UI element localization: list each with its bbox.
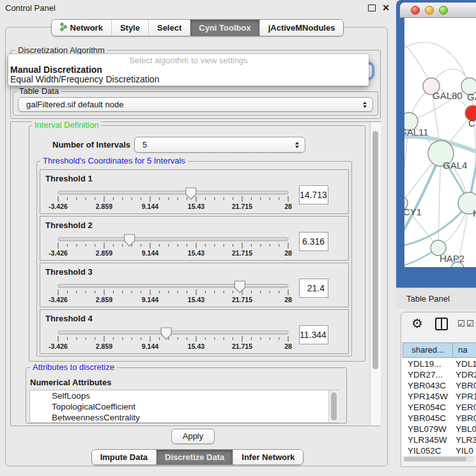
table-cell-shared-name[interactable]: YIL052C [408,445,452,456]
table-cell-name[interactable]: YLR3 [456,434,476,445]
svg-text:H: H [473,208,476,219]
table-data-group-title: Table Data [17,87,61,96]
split-columns-icon[interactable] [435,318,448,330]
svg-text:2.859: 2.859 [96,342,112,350]
close-traffic-light-icon[interactable] [411,6,420,15]
table-data-combobox[interactable]: galFiltered.sif default node [18,97,373,112]
tab-select[interactable]: Select [148,20,190,36]
thresholds-group-title: Threshold's Coordinates for 5 Intervals [40,157,188,165]
dropdown-option-manual[interactable]: Manual Discretization [10,65,102,75]
table-panel-title: Table Panel [406,294,450,303]
network-graph: GAL80GACGAL11GAL4GCY1HHAP2 [404,18,476,267]
dropdown-option-equal-width[interactable]: Equal Width/Frequency Discretization [10,74,159,84]
top-tabbar: NetworkStyleSelectCyni ToolboxjActiveMNo… [0,19,395,36]
table-cell-name[interactable]: YDR2 [456,369,476,380]
tab-infer-network[interactable]: Infer Network [233,450,303,464]
table-cell-shared-name[interactable]: YLR345W [408,434,452,445]
svg-text:28: 28 [284,203,292,210]
table-cell-name[interactable]: YER0 [456,402,476,413]
svg-text:-3.426: -3.426 [49,296,68,303]
svg-text:GCY1: GCY1 [404,206,422,217]
threshold-row-4: Threshold 4-3.4262.8599.14415.4321.71528… [40,309,349,354]
panel-title: Control Panel [5,3,368,13]
attribute-list-item[interactable]: SelfLoops [30,390,338,401]
svg-text:28: 28 [284,342,292,350]
column-header-shared-name[interactable]: shared... [403,342,453,358]
threshold-row-3: Threshold 3-3.4262.8599.14415.4321.71528… [40,263,349,307]
checkbox-icon[interactable]: ☑ [466,319,474,328]
apply-button[interactable]: Apply [171,429,215,444]
attribute-list-item[interactable]: TopologicalCoefficient [30,401,338,412]
table-horizontal-scrollbar-thumb[interactable] [404,457,466,461]
threshold-value-field[interactable]: 6.316 [299,232,328,251]
tab-jactivemnodules[interactable]: jActiveMNodules [259,20,344,36]
svg-text:GAL11: GAL11 [404,127,429,137]
table-cell-shared-name[interactable]: YBR043C [408,380,452,391]
threshold-value-field[interactable]: 14.713 [299,185,328,204]
close-icon[interactable]: ✕ [382,3,390,12]
gear-icon[interactable]: ⚙ [411,316,423,331]
svg-text:9.144: 9.144 [142,249,158,257]
svg-text:2.859: 2.859 [96,203,112,210]
num-intervals-label: Number of Intervals [52,140,130,150]
dropdown-prompt: Select algorithm to view settings [8,56,369,65]
interval-group-title: Interval Definition [32,121,101,130]
tab-network[interactable]: Network [52,20,111,36]
svg-text:28: 28 [284,296,292,303]
table-cell-name[interactable]: YDL1 [456,358,476,369]
svg-text:15.43: 15.43 [188,296,204,303]
tab-discretize-data[interactable]: Discretize Data [156,450,233,464]
network-icon [60,22,67,33]
svg-text:-3.426: -3.426 [49,249,68,257]
svg-text:21.715: 21.715 [232,342,252,350]
tab-cyni-toolbox[interactable]: Cyni Toolbox [190,20,259,36]
table-cell-name[interactable]: YIL0 [456,445,476,456]
table-cell-name[interactable]: YBL0 [456,424,476,434]
attribute-list-item[interactable]: BetweennessCentrality [30,412,338,423]
table-cell-name[interactable]: YBR0 [456,380,476,391]
screen: Control Panel ✕ NetworkStyleSelectCyni T… [0,0,476,476]
network-canvas[interactable]: GAL80GACGAL11GAL4GCY1HHAP2 [404,18,476,267]
svg-text:21.715: 21.715 [232,249,252,257]
table-cell-shared-name[interactable]: YDR27... [408,369,452,380]
threshold-slider[interactable]: -3.4262.8599.14415.4321.71528 [53,187,296,212]
control-panel-titlebar: Control Panel ✕ [0,0,395,15]
num-intervals-combobox[interactable]: 5 [134,137,305,153]
tab-style[interactable]: Style [111,20,148,36]
svg-text:-3.426: -3.426 [49,203,68,210]
threshold-value-field[interactable]: 21.4 [299,279,328,298]
zoom-traffic-light-icon[interactable] [439,6,448,15]
svg-text:HAP2: HAP2 [440,253,464,264]
table-cell-shared-name[interactable]: YBL079W [408,424,452,434]
threshold-value-field[interactable]: 11.344 [299,325,328,344]
num-intervals-value: 5 [135,140,295,150]
settings-scrollbar[interactable] [370,122,381,426]
float-window-icon[interactable] [368,4,376,12]
checkbox-icon[interactable]: ☑ [457,319,465,328]
threshold-slider[interactable]: -3.4262.8599.14415.4321.71528 [53,280,296,305]
column-header-name[interactable]: na [452,342,476,358]
threshold-slider[interactable]: -3.4262.8599.14415.4321.71528 [53,233,296,259]
table-cell-shared-name[interactable]: YER054C [408,402,452,413]
table-cell-shared-name[interactable]: YBR045C [408,413,452,424]
table-cell-name[interactable]: YBR0 [456,413,476,424]
attributes-scrollbar-thumb[interactable] [331,392,337,420]
tab-impute-data[interactable]: Impute Data [92,450,156,464]
table-cell-name[interactable]: YPR1 [456,391,476,402]
spinner-icon [295,142,299,148]
table-horizontal-scrollbar[interactable] [403,456,474,462]
table-cell-shared-name[interactable]: YPR145W [408,391,452,402]
threshold-label: Threshold 4 [45,314,93,323]
svg-text:GAL80: GAL80 [433,90,463,101]
svg-text:2.859: 2.859 [96,296,112,303]
settings-scrollbar-thumb[interactable] [372,131,378,369]
spinner-icon [363,102,367,108]
attributes-scrollbar[interactable] [328,390,339,422]
svg-text:-3.426: -3.426 [49,342,68,350]
numerical-attributes-list[interactable]: SelfLoopsTopologicalCoefficientBetweenne… [29,390,339,423]
table-cell-shared-name[interactable]: YDL19... [408,358,452,369]
minimize-traffic-light-icon[interactable] [425,6,434,15]
svg-text:21.715: 21.715 [232,203,252,210]
svg-text:9.144: 9.144 [142,296,158,303]
threshold-slider[interactable]: -3.4262.8599.14415.4321.71528 [53,326,296,352]
